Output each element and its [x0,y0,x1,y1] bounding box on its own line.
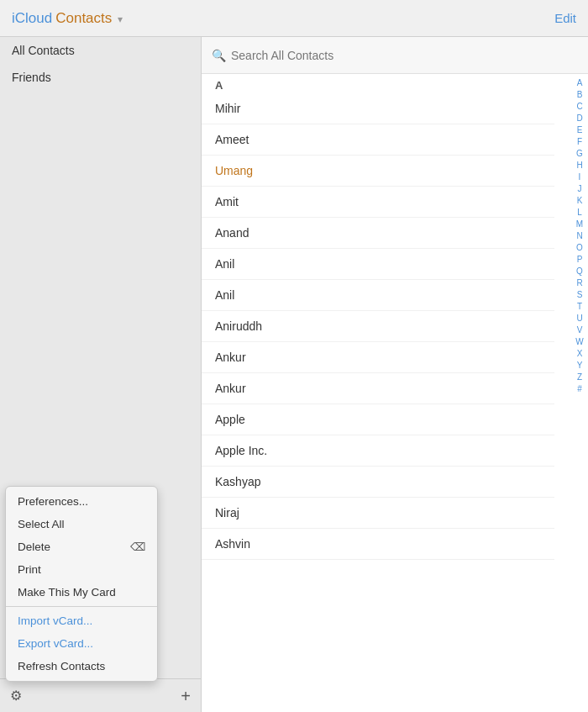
alpha-letter-b[interactable]: B [577,89,583,101]
alpha-letter-i[interactable]: I [579,171,581,183]
alpha-letter-k[interactable]: K [577,195,583,207]
list-item[interactable]: Anil [202,280,554,311]
menu-item-delete[interactable]: Delete ⌫ [6,535,157,558]
list-item[interactable]: Aniruddh [202,311,554,342]
sidebar: All Contacts Friends Preferences... Sele… [0,37,202,712]
menu-item-select-all[interactable]: Select All [6,513,157,535]
list-item[interactable]: Umang [202,156,554,187]
menu-item-import-vcard[interactable]: Import vCard... [6,609,157,632]
alpha-letter-s[interactable]: S [577,289,583,301]
contacts-list: A Mihir Ameet Umang Amit Anand Anil Anil… [202,74,571,712]
alpha-letter-a[interactable]: A [577,77,583,89]
list-item[interactable]: Apple [202,404,554,435]
alpha-letter-f[interactable]: F [577,136,582,148]
alpha-letter-y[interactable]: Y [577,360,583,372]
alpha-letter-h[interactable]: H [576,160,582,171]
alpha-letter-n[interactable]: N [576,230,582,242]
menu-item-make-my-card[interactable]: Make This My Card [6,581,157,604]
list-item[interactable]: Niraj [202,498,554,529]
alpha-letter-g[interactable]: G [576,148,583,160]
main-layout: All Contacts Friends Preferences... Sele… [0,37,588,712]
alpha-letter-l[interactable]: L [577,207,582,219]
sidebar-item-friends[interactable]: Friends [0,64,201,91]
list-item[interactable]: Anand [202,218,554,249]
chevron-down-icon[interactable]: ▾ [118,13,123,25]
list-item[interactable]: Kashyap [202,467,554,498]
menu-divider [6,606,157,607]
alpha-letter-j[interactable]: J [578,183,582,195]
section-header-a: A [202,74,554,93]
list-item[interactable]: Apple Inc. [202,435,554,467]
alpha-letter-c[interactable]: C [576,101,582,113]
alpha-letter-m[interactable]: M [576,219,583,230]
edit-button[interactable]: Edit [554,11,576,25]
sidebar-footer: ⚙ + [0,678,201,712]
alpha-letter-q[interactable]: Q [576,266,583,277]
list-item[interactable]: Ameet [202,124,554,156]
alpha-letter-t[interactable]: T [577,301,582,313]
alpha-letter-r[interactable]: R [576,277,582,289]
alpha-letter-w[interactable]: W [575,336,583,348]
alpha-letter-z[interactable]: Z [577,372,582,383]
header: iCloud Contacts ▾ Edit [0,0,588,37]
menu-item-refresh-contacts[interactable]: Refresh Contacts [6,655,157,678]
list-item[interactable]: Ankur [202,342,554,373]
list-item[interactable]: Mihir [202,93,554,124]
menu-item-preferences[interactable]: Preferences... [6,490,157,513]
gear-icon[interactable]: ⚙ [10,688,22,704]
menu-item-export-vcard[interactable]: Export vCard... [6,632,157,655]
header-left: iCloud Contacts ▾ [12,10,123,27]
list-item[interactable]: Amit [202,187,554,218]
list-item[interactable]: Ankur [202,373,554,404]
context-menu: Preferences... Select All Delete ⌫ Print… [5,486,158,682]
alpha-letter-o[interactable]: O [576,242,583,254]
contacts-wrapper: A Mihir Ameet Umang Amit Anand Anil Anil… [202,74,588,712]
delete-icon: ⌫ [130,541,145,553]
search-icon: 🔍 [212,49,226,62]
search-bar: 🔍 [202,37,588,74]
alpha-letter-#[interactable]: # [577,383,582,395]
contact-area: 🔍 A Mihir Ameet Umang Amit Anand Anil An… [202,37,588,712]
alpha-letter-x[interactable]: X [577,348,583,360]
alpha-letter-v[interactable]: V [577,324,583,336]
alpha-index: ABCDEFGHIJKLMNOPQRSTUVWXYZ# [571,74,588,712]
alpha-letter-e[interactable]: E [577,124,583,136]
list-item[interactable]: Ashvin [202,529,554,560]
contacts-label: Contacts ▾ [55,10,123,27]
icloud-label: iCloud [12,10,52,27]
alpha-letter-u[interactable]: U [576,313,582,324]
list-item[interactable]: Anil [202,249,554,280]
sidebar-item-all-contacts[interactable]: All Contacts [0,37,201,64]
add-contact-icon[interactable]: + [181,688,191,704]
menu-item-print[interactable]: Print [6,558,157,581]
alpha-letter-p[interactable]: P [577,254,583,266]
search-input[interactable] [231,49,578,62]
alpha-letter-d[interactable]: D [576,113,582,124]
